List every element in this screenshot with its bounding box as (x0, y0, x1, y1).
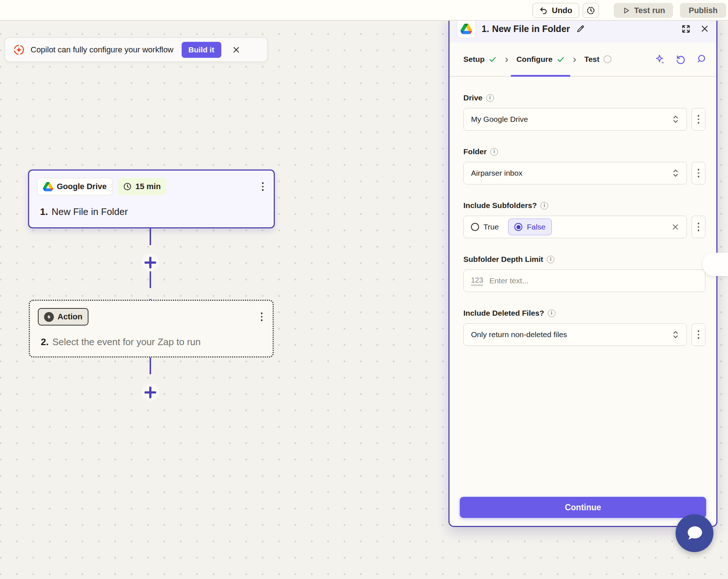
step-number: 2. (41, 336, 49, 348)
tab-setup[interactable]: Setup (463, 43, 497, 76)
copilot-message: Copilot can fully configure your workflo… (31, 45, 174, 55)
action-badge: Action (38, 308, 88, 326)
info-icon[interactable]: i (490, 148, 498, 156)
step-title-text: New File in Folder (52, 206, 128, 217)
app-badge: Google Drive (37, 178, 112, 195)
panel-tabs: Setup › Configure › Test (450, 43, 716, 77)
trigger-step-title: 1. New File in Folder (40, 206, 128, 217)
chat-launcher-button[interactable] (676, 514, 713, 552)
select-chevrons-icon (671, 114, 680, 124)
zap-editor-screen: Undo Test run Publish Copilot can fully … (0, 0, 728, 579)
google-drive-logo (457, 19, 476, 38)
step-title-text: Select the event for your Zap to run (52, 336, 201, 348)
deleted-select-value: Only return non-deleted files (471, 330, 567, 339)
continue-button[interactable]: Continue (460, 497, 706, 518)
test-run-label: Test run (634, 6, 665, 15)
search-icon[interactable] (696, 54, 707, 65)
add-step-button[interactable] (142, 384, 159, 401)
undo-label: Undo (552, 6, 572, 15)
step-number: 1. (40, 206, 48, 217)
radio-true[interactable]: True (471, 223, 499, 231)
clear-x-icon[interactable] (672, 223, 679, 231)
drive-select-value: My Google Drive (471, 115, 528, 124)
kebab-icon[interactable] (260, 180, 266, 193)
field-kebab-icon[interactable] (692, 216, 705, 238)
field-label-text: Folder (463, 147, 487, 156)
connector-line (150, 228, 151, 255)
radio-icon (514, 223, 522, 231)
field-label-text: Subfolder Depth Limit (463, 255, 543, 264)
copilot-icon (13, 44, 25, 56)
top-toolbar: Undo Test run Publish (0, 0, 728, 21)
trigger-step-card[interactable]: Google Drive 15 min 1. New File in Folde… (28, 169, 275, 228)
undo-button[interactable]: Undo (533, 3, 579, 18)
step-config-panel: 1. New File in Folder Setup (448, 14, 717, 527)
folder-select[interactable]: Airparser inbox (463, 162, 687, 184)
tab-configure[interactable]: Configure (517, 43, 565, 76)
info-icon[interactable]: i (547, 256, 554, 263)
panel-title: 1. New File in Folder (482, 24, 585, 34)
field-include-deleted: Include Deleted Files? i Only return non… (463, 309, 705, 346)
side-drawer-handle[interactable] (703, 253, 728, 276)
deleted-select[interactable]: Only return non-deleted files (463, 323, 687, 346)
check-icon (557, 55, 565, 64)
field-kebab-icon[interactable] (692, 108, 705, 131)
action-step-card[interactable]: Action 2. Select the event for your Zap … (29, 300, 274, 358)
connector-line (150, 358, 151, 385)
field-kebab-icon[interactable] (692, 323, 705, 346)
tab-label: Setup (463, 55, 484, 64)
connector-line (150, 271, 151, 300)
bolt-icon (44, 312, 54, 322)
expand-icon[interactable] (681, 24, 691, 34)
banner-close-icon[interactable] (232, 46, 240, 54)
test-run-button[interactable]: Test run (614, 3, 673, 18)
radio-true-label: True (483, 223, 499, 231)
depth-input-wrap: 123 (463, 269, 705, 292)
select-chevrons-icon (671, 168, 680, 178)
google-drive-logo (43, 182, 53, 191)
field-label-text: Include Subfolders? (463, 201, 537, 210)
panel-form: Drive i My Google Drive Folder i (450, 93, 716, 346)
subfolders-radio-group: True False (463, 216, 687, 238)
chat-icon (684, 523, 705, 543)
publish-label: Publish (689, 6, 717, 15)
select-chevrons-icon (671, 330, 680, 340)
field-folder: Folder i Airparser inbox (463, 147, 705, 184)
radio-false[interactable]: False (508, 219, 551, 235)
pending-circle-icon (604, 55, 612, 63)
info-icon[interactable]: i (548, 310, 555, 317)
info-icon[interactable]: i (541, 202, 548, 209)
history-button[interactable] (583, 3, 599, 18)
play-icon (622, 6, 630, 15)
chevron-right-icon: › (573, 53, 576, 65)
action-step-title: 2. Select the event for your Zap to run (41, 336, 201, 348)
action-badge-label: Action (58, 312, 82, 322)
active-tab-underline (511, 75, 570, 77)
field-drive: Drive i My Google Drive (463, 93, 705, 131)
undo-icon (539, 6, 548, 15)
chevron-right-icon: › (505, 53, 508, 65)
field-label-text: Drive (463, 93, 483, 102)
kebab-icon[interactable] (259, 310, 265, 323)
check-icon (488, 55, 497, 64)
folder-select-value: Airparser inbox (471, 169, 522, 177)
number-type-icon: 123 (471, 276, 483, 285)
depth-input[interactable] (489, 276, 698, 285)
polling-interval-badge: 15 min (118, 178, 166, 195)
pencil-icon[interactable] (576, 24, 585, 33)
info-icon[interactable]: i (486, 94, 494, 102)
build-it-button[interactable]: Build it (182, 42, 221, 58)
refresh-icon[interactable] (675, 54, 686, 65)
field-label-text: Include Deleted Files? (463, 309, 544, 318)
sparkle-icon[interactable] (654, 54, 665, 65)
clock-icon (123, 182, 132, 191)
radio-icon (471, 223, 479, 231)
publish-button[interactable]: Publish (680, 3, 726, 18)
close-icon[interactable] (700, 24, 709, 33)
drive-select[interactable]: My Google Drive (463, 108, 687, 131)
field-include-subfolders: Include Subfolders? i True False (463, 201, 705, 238)
tab-test[interactable]: Test (584, 43, 612, 76)
add-step-button[interactable] (142, 254, 159, 271)
field-kebab-icon[interactable] (692, 162, 705, 184)
polling-interval-label: 15 min (135, 182, 161, 191)
